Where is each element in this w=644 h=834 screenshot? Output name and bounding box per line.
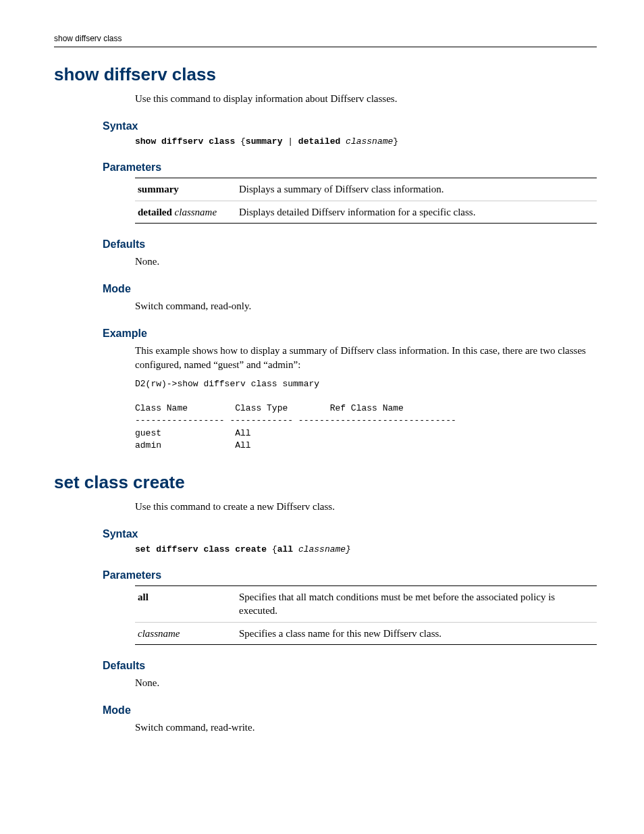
parameters-heading: Parameters bbox=[103, 569, 597, 581]
defaults-heading: Defaults bbox=[103, 660, 597, 672]
example-heading: Example bbox=[103, 328, 597, 340]
syntax-line: set diffserv class create {all classname… bbox=[135, 544, 597, 554]
table-row: detailed classname Displays detailed Dif… bbox=[135, 201, 597, 223]
defaults-text: None. bbox=[135, 255, 597, 268]
parameters-table: summary Displays a summary of Diffserv c… bbox=[135, 178, 597, 224]
defaults-heading: Defaults bbox=[103, 238, 597, 251]
parameters-heading: Parameters bbox=[103, 161, 597, 174]
example-output: D2(rw)->show diffserv class summary Clas… bbox=[135, 378, 597, 452]
section-title: set class create bbox=[54, 472, 597, 493]
section-intro: Use this command to create a new Diffser… bbox=[135, 500, 597, 513]
parameters-table: all Specifies that all match conditions … bbox=[135, 585, 597, 645]
mode-text: Switch command, read-only. bbox=[135, 299, 597, 313]
table-row: all Specifies that all match conditions … bbox=[135, 586, 597, 623]
section-intro: Use this command to display information … bbox=[135, 92, 597, 105]
syntax-heading: Syntax bbox=[103, 120, 597, 132]
syntax-heading: Syntax bbox=[103, 528, 597, 540]
table-row: classname Specifies a class name for thi… bbox=[135, 622, 597, 644]
mode-text: Switch command, read-write. bbox=[135, 721, 597, 734]
example-text: This example shows how to display a summ… bbox=[135, 344, 597, 371]
defaults-text: None. bbox=[135, 676, 597, 689]
section-title: show diffserv class bbox=[54, 64, 597, 85]
page-container: show diffserv class show diffserv class … bbox=[0, 0, 644, 834]
table-row: summary Displays a summary of Diffserv c… bbox=[135, 178, 597, 201]
mode-heading: Mode bbox=[103, 283, 597, 295]
syntax-line: show diffserv class {summary | detailed … bbox=[135, 136, 597, 147]
running-header: show diffserv class bbox=[54, 34, 597, 47]
mode-heading: Mode bbox=[103, 704, 597, 716]
